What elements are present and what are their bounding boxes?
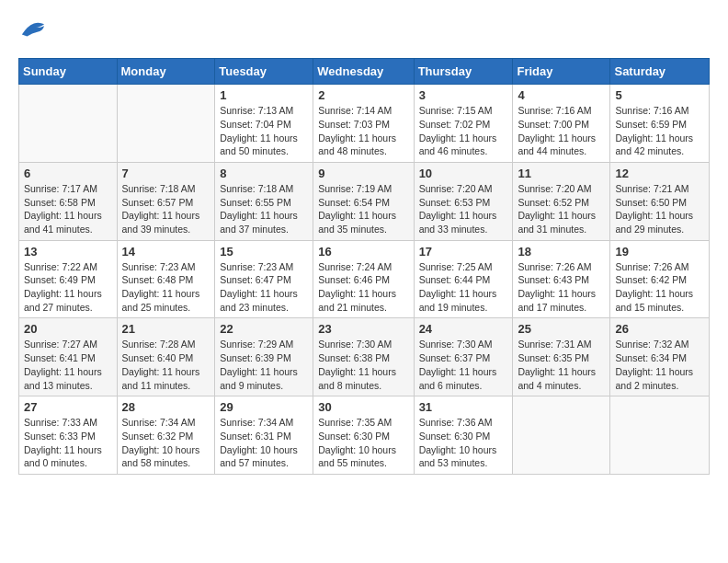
calendar-cell: 18Sunrise: 7:26 AM Sunset: 6:43 PM Dayli…: [513, 240, 610, 318]
day-info: Sunrise: 7:20 AM Sunset: 6:52 PM Dayligh…: [518, 182, 605, 236]
logo-bird-icon: [20, 18, 46, 39]
day-info: Sunrise: 7:26 AM Sunset: 6:42 PM Dayligh…: [615, 260, 704, 315]
day-number: 22: [220, 322, 308, 336]
day-info: Sunrise: 7:18 AM Sunset: 6:57 PM Dayligh…: [122, 182, 210, 236]
day-info: Sunrise: 7:15 AM Sunset: 7:02 PM Dayligh…: [419, 104, 508, 158]
weekday-header: Thursday: [414, 59, 513, 85]
calendar-cell: 17Sunrise: 7:25 AM Sunset: 6:44 PM Dayli…: [414, 240, 513, 318]
calendar-week-row: 13Sunrise: 7:22 AM Sunset: 6:49 PM Dayli…: [19, 240, 710, 318]
day-number: 30: [318, 400, 408, 414]
calendar-cell: [117, 85, 215, 163]
weekday-header: Saturday: [610, 59, 710, 85]
day-number: 26: [615, 322, 704, 336]
day-info: Sunrise: 7:30 AM Sunset: 6:38 PM Dayligh…: [318, 338, 408, 392]
day-number: 11: [518, 167, 605, 180]
day-number: 19: [615, 245, 704, 259]
day-number: 15: [220, 245, 308, 259]
day-number: 17: [419, 245, 508, 259]
calendar-table: SundayMondayTuesdayWednesdayThursdayFrid…: [18, 58, 710, 475]
calendar-cell: [610, 396, 710, 475]
day-number: 1: [220, 88, 308, 102]
day-number: 10: [419, 167, 508, 180]
day-info: Sunrise: 7:32 AM Sunset: 6:34 PM Dayligh…: [615, 338, 704, 392]
day-info: Sunrise: 7:28 AM Sunset: 6:40 PM Dayligh…: [122, 338, 210, 392]
calendar-cell: 21Sunrise: 7:28 AM Sunset: 6:40 PM Dayli…: [117, 318, 215, 396]
day-info: Sunrise: 7:18 AM Sunset: 6:55 PM Dayligh…: [220, 182, 308, 236]
day-number: 3: [419, 88, 508, 102]
day-info: Sunrise: 7:22 AM Sunset: 6:49 PM Dayligh…: [24, 260, 112, 315]
day-info: Sunrise: 7:23 AM Sunset: 6:47 PM Dayligh…: [220, 260, 308, 315]
day-number: 29: [220, 400, 308, 414]
day-number: 8: [220, 167, 308, 180]
calendar-cell: 11Sunrise: 7:20 AM Sunset: 6:52 PM Dayli…: [513, 162, 610, 240]
calendar-week-row: 1Sunrise: 7:13 AM Sunset: 7:04 PM Daylig…: [19, 85, 710, 163]
calendar-cell: 20Sunrise: 7:27 AM Sunset: 6:41 PM Dayli…: [19, 318, 118, 396]
calendar-cell: 15Sunrise: 7:23 AM Sunset: 6:47 PM Dayli…: [215, 240, 313, 318]
weekday-header: Tuesday: [215, 59, 313, 85]
day-number: 6: [24, 167, 112, 180]
calendar-cell: 5Sunrise: 7:16 AM Sunset: 6:59 PM Daylig…: [610, 85, 710, 163]
logo-text: [18, 18, 46, 43]
day-number: 12: [615, 167, 704, 180]
day-number: 23: [318, 322, 408, 336]
calendar-cell: [19, 85, 118, 163]
calendar-cell: 12Sunrise: 7:21 AM Sunset: 6:50 PM Dayli…: [610, 162, 710, 240]
day-number: 14: [122, 245, 210, 259]
day-info: Sunrise: 7:23 AM Sunset: 6:48 PM Dayligh…: [122, 260, 210, 315]
day-info: Sunrise: 7:14 AM Sunset: 7:03 PM Dayligh…: [318, 104, 408, 158]
day-info: Sunrise: 7:21 AM Sunset: 6:50 PM Dayligh…: [615, 182, 704, 236]
calendar-cell: 6Sunrise: 7:17 AM Sunset: 6:58 PM Daylig…: [19, 162, 118, 240]
day-number: 13: [24, 245, 112, 259]
day-info: Sunrise: 7:17 AM Sunset: 6:58 PM Dayligh…: [24, 182, 112, 236]
day-info: Sunrise: 7:35 AM Sunset: 6:30 PM Dayligh…: [318, 416, 408, 470]
calendar-cell: 19Sunrise: 7:26 AM Sunset: 6:42 PM Dayli…: [610, 240, 710, 318]
day-info: Sunrise: 7:36 AM Sunset: 6:30 PM Dayligh…: [419, 416, 508, 470]
day-info: Sunrise: 7:27 AM Sunset: 6:41 PM Dayligh…: [24, 338, 112, 392]
day-info: Sunrise: 7:34 AM Sunset: 6:32 PM Dayligh…: [122, 416, 210, 470]
calendar-cell: 13Sunrise: 7:22 AM Sunset: 6:49 PM Dayli…: [19, 240, 118, 318]
day-number: 20: [24, 322, 112, 336]
calendar-cell: 27Sunrise: 7:33 AM Sunset: 6:33 PM Dayli…: [19, 396, 118, 475]
calendar-cell: 22Sunrise: 7:29 AM Sunset: 6:39 PM Dayli…: [215, 318, 313, 396]
day-info: Sunrise: 7:13 AM Sunset: 7:04 PM Dayligh…: [220, 104, 308, 158]
day-number: 21: [122, 322, 210, 336]
weekday-header: Monday: [117, 59, 215, 85]
day-info: Sunrise: 7:19 AM Sunset: 6:54 PM Dayligh…: [318, 182, 408, 236]
day-number: 31: [419, 400, 508, 414]
calendar-cell: 7Sunrise: 7:18 AM Sunset: 6:57 PM Daylig…: [117, 162, 215, 240]
day-info: Sunrise: 7:31 AM Sunset: 6:35 PM Dayligh…: [518, 338, 605, 392]
calendar-cell: 25Sunrise: 7:31 AM Sunset: 6:35 PM Dayli…: [513, 318, 610, 396]
weekday-header: Wednesday: [313, 59, 414, 85]
calendar-week-row: 6Sunrise: 7:17 AM Sunset: 6:58 PM Daylig…: [19, 162, 710, 240]
day-number: 9: [318, 167, 408, 180]
calendar-cell: [513, 396, 610, 475]
calendar-cell: 1Sunrise: 7:13 AM Sunset: 7:04 PM Daylig…: [215, 85, 313, 163]
calendar-week-row: 27Sunrise: 7:33 AM Sunset: 6:33 PM Dayli…: [19, 396, 710, 475]
day-info: Sunrise: 7:20 AM Sunset: 6:53 PM Dayligh…: [419, 182, 508, 236]
day-info: Sunrise: 7:16 AM Sunset: 6:59 PM Dayligh…: [615, 104, 704, 158]
day-info: Sunrise: 7:26 AM Sunset: 6:43 PM Dayligh…: [518, 260, 605, 315]
day-number: 4: [518, 88, 605, 102]
calendar-cell: 29Sunrise: 7:34 AM Sunset: 6:31 PM Dayli…: [215, 396, 313, 475]
calendar-cell: 28Sunrise: 7:34 AM Sunset: 6:32 PM Dayli…: [117, 396, 215, 475]
calendar-cell: 30Sunrise: 7:35 AM Sunset: 6:30 PM Dayli…: [313, 396, 414, 475]
calendar-cell: 9Sunrise: 7:19 AM Sunset: 6:54 PM Daylig…: [313, 162, 414, 240]
day-number: 2: [318, 88, 408, 102]
day-info: Sunrise: 7:25 AM Sunset: 6:44 PM Dayligh…: [419, 260, 508, 315]
day-number: 5: [615, 88, 704, 102]
day-info: Sunrise: 7:24 AM Sunset: 6:46 PM Dayligh…: [318, 260, 408, 315]
calendar-cell: 16Sunrise: 7:24 AM Sunset: 6:46 PM Dayli…: [313, 240, 414, 318]
day-info: Sunrise: 7:30 AM Sunset: 6:37 PM Dayligh…: [419, 338, 508, 392]
weekday-header: Sunday: [19, 59, 118, 85]
calendar-cell: 2Sunrise: 7:14 AM Sunset: 7:03 PM Daylig…: [313, 85, 414, 163]
calendar-cell: 23Sunrise: 7:30 AM Sunset: 6:38 PM Dayli…: [313, 318, 414, 396]
day-info: Sunrise: 7:16 AM Sunset: 7:00 PM Dayligh…: [518, 104, 605, 158]
day-number: 28: [122, 400, 210, 414]
day-number: 16: [318, 245, 408, 259]
calendar-cell: 4Sunrise: 7:16 AM Sunset: 7:00 PM Daylig…: [513, 85, 610, 163]
day-number: 24: [419, 322, 508, 336]
logo: [18, 18, 46, 43]
weekday-header: Friday: [513, 59, 610, 85]
calendar-week-row: 20Sunrise: 7:27 AM Sunset: 6:41 PM Dayli…: [19, 318, 710, 396]
day-info: Sunrise: 7:29 AM Sunset: 6:39 PM Dayligh…: [220, 338, 308, 392]
